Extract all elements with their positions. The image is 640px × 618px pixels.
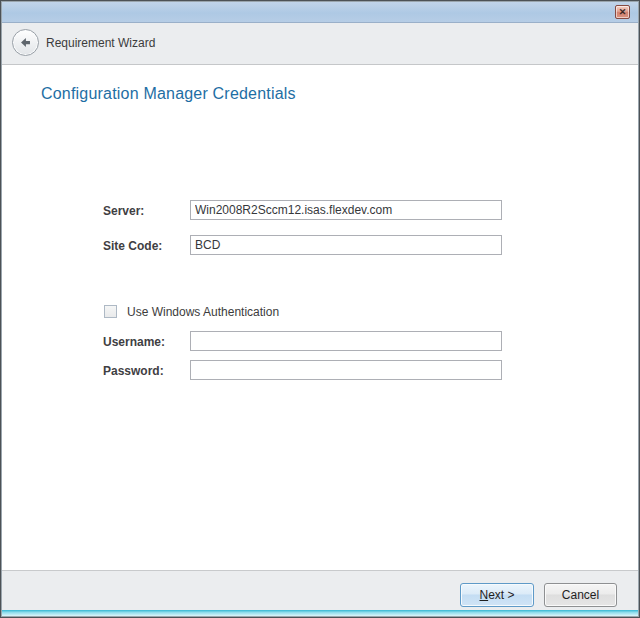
window-bottom-edge xyxy=(2,610,638,616)
close-button[interactable]: ✕ xyxy=(615,5,630,19)
page-title: Configuration Manager Credentials xyxy=(41,85,296,103)
site-code-input[interactable] xyxy=(190,235,502,255)
back-button[interactable] xyxy=(12,29,39,56)
wizard-header: Requirement Wizard xyxy=(2,23,638,65)
wizard-title: Requirement Wizard xyxy=(46,23,155,64)
next-button-label: ext > xyxy=(488,588,514,602)
password-label: Password: xyxy=(103,364,164,378)
server-input[interactable] xyxy=(190,200,502,220)
windows-auth-checkbox[interactable] xyxy=(104,305,117,318)
windows-auth-label[interactable]: Use Windows Authentication xyxy=(127,305,279,319)
wizard-window: ✕ Requirement Wizard Configuration Manag… xyxy=(0,0,640,618)
footer-bar xyxy=(2,570,638,614)
title-bar[interactable]: ✕ xyxy=(2,2,638,23)
next-button[interactable]: Next > xyxy=(460,583,534,607)
username-input[interactable] xyxy=(190,331,502,351)
password-input[interactable] xyxy=(190,360,502,380)
username-label: Username: xyxy=(103,335,165,349)
back-arrow-icon xyxy=(19,36,32,49)
next-button-mnemonic: N xyxy=(479,588,488,602)
server-label: Server: xyxy=(103,204,144,218)
cancel-button-label: Cancel xyxy=(562,588,599,602)
cancel-button[interactable]: Cancel xyxy=(544,583,617,607)
site-code-label: Site Code: xyxy=(103,239,162,253)
close-icon: ✕ xyxy=(619,7,627,17)
